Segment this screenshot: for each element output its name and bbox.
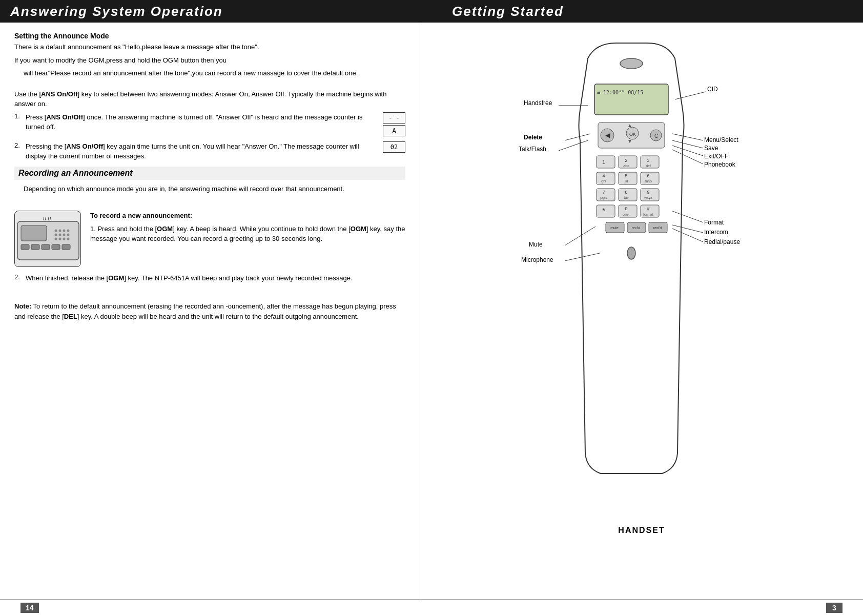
- right-column: ⇄ 12:00ᴬᴹ 08/15 ◀ OK ▲ ▼ C: [420, 23, 863, 599]
- svg-rect-32: [597, 156, 615, 168]
- svg-text:5: 5: [625, 173, 627, 178]
- section1-title: Setting the Announce Mode: [14, 32, 405, 40]
- display-box-a: A: [383, 125, 405, 136]
- svg-text:▼: ▼: [627, 138, 632, 144]
- delete-label: Delete: [524, 134, 542, 141]
- svg-text:def: def: [646, 164, 651, 168]
- svg-point-5: [67, 230, 70, 232]
- left-header-title: Answering System Operation: [10, 4, 223, 19]
- svg-text:2: 2: [625, 158, 627, 163]
- step1: 1. Press [ANS On/Off] once. The answerin…: [14, 112, 405, 136]
- recording-section: u u To record a new announcement: 1. Pre…: [14, 211, 405, 267]
- svg-point-10: [55, 238, 57, 240]
- svg-rect-21: [594, 84, 668, 115]
- svg-rect-1: [21, 225, 47, 241]
- svg-text:9: 9: [647, 190, 649, 195]
- step1-text: Press [ANS On/Off] once. The answering m…: [26, 112, 378, 132]
- svg-text:8: 8: [625, 190, 627, 195]
- left-column: Setting the Announce Mode There is a def…: [0, 23, 420, 599]
- svg-text:#: #: [647, 206, 649, 211]
- svg-text:OK: OK: [629, 132, 636, 137]
- device-illustration: u u: [14, 211, 81, 267]
- svg-point-6: [55, 234, 57, 236]
- svg-text:pqrs: pqrs: [600, 196, 607, 200]
- svg-text:◀: ◀: [605, 132, 610, 139]
- svg-rect-15: [31, 244, 39, 250]
- svg-rect-16: [42, 244, 50, 250]
- record-step2-text: When finished, release the [OGM] key. Th…: [26, 273, 405, 283]
- page-num-right: 3: [826, 603, 843, 613]
- handsfree-label: Handsfree: [524, 99, 552, 107]
- phonebook-label: Phonebook: [704, 161, 735, 168]
- svg-text:C: C: [654, 133, 658, 139]
- footer: 14 3: [0, 599, 863, 616]
- note-label: Note:: [14, 302, 31, 310]
- step2-display: 02: [383, 141, 405, 153]
- record-step2-num: 2.: [14, 273, 26, 281]
- svg-text:wxyz: wxyz: [644, 196, 652, 200]
- microphone-label: Microphone: [521, 256, 553, 263]
- svg-point-11: [59, 238, 61, 240]
- svg-text:recl'd: recl'd: [632, 226, 641, 230]
- svg-text:▲: ▲: [627, 122, 632, 128]
- svg-point-9: [67, 234, 70, 236]
- svg-text:6: 6: [647, 173, 649, 178]
- svg-point-13: [67, 238, 70, 240]
- section2-para1: Depending on which announce mode you are…: [24, 184, 405, 194]
- display-box-dash: - -: [383, 112, 405, 124]
- svg-text:0: 0: [625, 206, 627, 211]
- cid-label: CID: [707, 86, 718, 93]
- mute-label: Mute: [529, 241, 543, 248]
- svg-text:format: format: [643, 213, 653, 216]
- note-block: Note: To return to the default announcem…: [14, 301, 405, 322]
- svg-point-4: [63, 230, 66, 232]
- format-label: Format: [704, 219, 724, 226]
- section1-para1: There is a default announcement as "Hell…: [14, 42, 405, 52]
- svg-point-3: [59, 230, 61, 232]
- step2: 2. Pressing the [ANS On/Off] key again t…: [14, 141, 405, 161]
- svg-text:4: 4: [602, 173, 605, 178]
- header-right: Getting Started: [421, 4, 863, 19]
- svg-point-2: [55, 230, 57, 232]
- right-header-title: Getting Started: [452, 4, 564, 19]
- exit-off-label: Exit/OFF: [704, 153, 728, 160]
- display-box-02: 02: [383, 141, 405, 153]
- svg-text:tuv: tuv: [624, 196, 629, 199]
- step2-text: Pressing the [ANS On/Off] key again time…: [26, 141, 378, 161]
- svg-rect-14: [21, 244, 29, 250]
- step1-num: 1.: [14, 112, 26, 120]
- record-steps: 1. Press and hold the [OGM] key. A beep …: [90, 224, 405, 244]
- record-title: To record a new announcement:: [90, 212, 192, 219]
- section2-title: Recording an Announcement: [18, 169, 133, 177]
- svg-rect-17: [52, 244, 60, 250]
- save-label: Save: [704, 145, 718, 152]
- svg-text:1: 1: [602, 159, 605, 165]
- intercom-label: Intercom: [704, 229, 728, 236]
- svg-rect-58: [597, 205, 615, 217]
- svg-text:abc: abc: [623, 164, 629, 168]
- section1-para2: If you want to modify the OGM,press and …: [14, 55, 405, 66]
- menu-select-label: Menu/Select: [704, 136, 738, 143]
- note-text: To return to the default announcement (e…: [14, 302, 396, 320]
- main-content: Setting the Announce Mode There is a def…: [0, 23, 863, 599]
- svg-text:3: 3: [647, 158, 649, 163]
- header-left: Answering System Operation: [0, 4, 421, 19]
- step2-num: 2.: [14, 141, 26, 149]
- svg-text:mno: mno: [645, 179, 652, 183]
- svg-rect-18: [62, 244, 70, 250]
- step1-display: - - A: [383, 112, 405, 136]
- section1-para3: will hear"Please record an announcement …: [24, 68, 405, 78]
- record-text: To record a new announcement: 1. Press a…: [90, 211, 405, 247]
- svg-text:jkl: jkl: [624, 179, 628, 183]
- page-num-left: 14: [20, 603, 39, 613]
- svg-point-7: [59, 234, 61, 236]
- svg-point-8: [63, 234, 66, 236]
- svg-text:oper: oper: [623, 213, 630, 217]
- svg-text:u  u: u u: [43, 215, 51, 221]
- svg-point-20: [620, 58, 643, 69]
- header: Answering System Operation Getting Start…: [0, 0, 863, 23]
- svg-text:7: 7: [602, 190, 605, 195]
- record-step2: 2. When finished, release the [OGM] key.…: [14, 273, 405, 283]
- handset-title: HANDSET: [618, 526, 665, 535]
- section1-para4: Use the [ANS On/Off] key to select betwe…: [14, 89, 405, 109]
